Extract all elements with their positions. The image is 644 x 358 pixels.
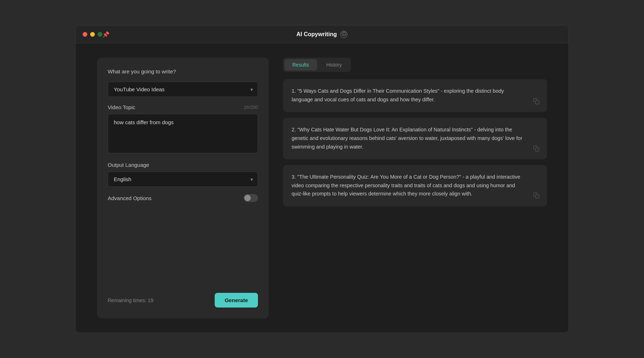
- generate-button[interactable]: Generate: [215, 293, 258, 308]
- info-icon[interactable]: ⓘ: [340, 31, 347, 38]
- result-text-2: 2. "Why Cats Hate Water But Dogs Love It…: [292, 126, 538, 151]
- video-topic-section: Video Topic 26/200: [108, 104, 258, 155]
- pin-icon: 📌: [102, 31, 109, 38]
- title-area: AI Copywriting ⓘ: [297, 31, 348, 38]
- copy-icon-3[interactable]: [532, 191, 541, 200]
- language-dropdown-wrapper: English Spanish French German ▾: [108, 171, 258, 187]
- tab-history[interactable]: History: [318, 59, 350, 71]
- video-topic-textarea[interactable]: [108, 114, 258, 153]
- result-card-3: 3. "The Ultimate Personality Quiz: Are Y…: [283, 165, 547, 207]
- svg-rect-1: [536, 147, 539, 151]
- copy-icon-2[interactable]: [532, 144, 541, 153]
- app-window: 📌 AI Copywriting ⓘ What are you going to…: [75, 25, 569, 333]
- type-dropdown-wrapper: YouTube Video Ideas Blog Post Social Med…: [108, 82, 258, 97]
- char-count: 26/200: [244, 105, 258, 110]
- advanced-options-label: Advanced Options: [108, 195, 152, 201]
- content-area: What are you going to write? YouTube Vid…: [75, 43, 569, 333]
- write-label: What are you going to write?: [108, 68, 258, 74]
- language-dropdown[interactable]: English Spanish French German: [108, 171, 258, 187]
- advanced-options-toggle[interactable]: [244, 194, 258, 202]
- output-language-label: Output Language: [108, 162, 258, 168]
- left-panel: What are you going to write? YouTube Vid…: [97, 58, 269, 318]
- advanced-options-row: Advanced Options: [108, 194, 258, 202]
- svg-rect-2: [536, 195, 539, 198]
- footer-row: Remaining times: 19 Generate: [108, 289, 258, 308]
- toggle-knob: [244, 195, 251, 201]
- tabs-row: Results History: [283, 58, 351, 72]
- results-list: 1. "5 Ways Cats and Dogs Differ in Their…: [283, 79, 547, 318]
- result-card-2: 2. "Why Cats Hate Water But Dogs Love It…: [283, 118, 547, 159]
- maximize-button[interactable]: [98, 32, 102, 37]
- result-card-1: 1. "5 Ways Cats and Dogs Differ in Their…: [283, 79, 547, 112]
- copy-icon-1[interactable]: [532, 97, 541, 106]
- tab-results[interactable]: Results: [284, 59, 317, 71]
- result-text-3: 3. "The Ultimate Personality Quiz: Are Y…: [292, 173, 538, 199]
- video-topic-label: Video Topic: [108, 104, 135, 110]
- video-topic-header: Video Topic 26/200: [108, 104, 258, 110]
- svg-rect-0: [536, 101, 539, 104]
- output-language-section: Output Language English Spanish French G…: [108, 162, 258, 187]
- close-button[interactable]: [83, 32, 87, 37]
- app-title: AI Copywriting: [297, 31, 337, 38]
- right-panel: Results History 1. "5 Ways Cats and Dogs…: [283, 58, 547, 318]
- window-controls: [83, 32, 102, 37]
- remaining-times: Remaining times: 19: [108, 297, 153, 303]
- type-dropdown[interactable]: YouTube Video Ideas Blog Post Social Med…: [108, 82, 258, 97]
- titlebar: 📌 AI Copywriting ⓘ: [75, 25, 569, 43]
- minimize-button[interactable]: [90, 32, 95, 37]
- result-text-1: 1. "5 Ways Cats and Dogs Differ in Their…: [292, 87, 538, 104]
